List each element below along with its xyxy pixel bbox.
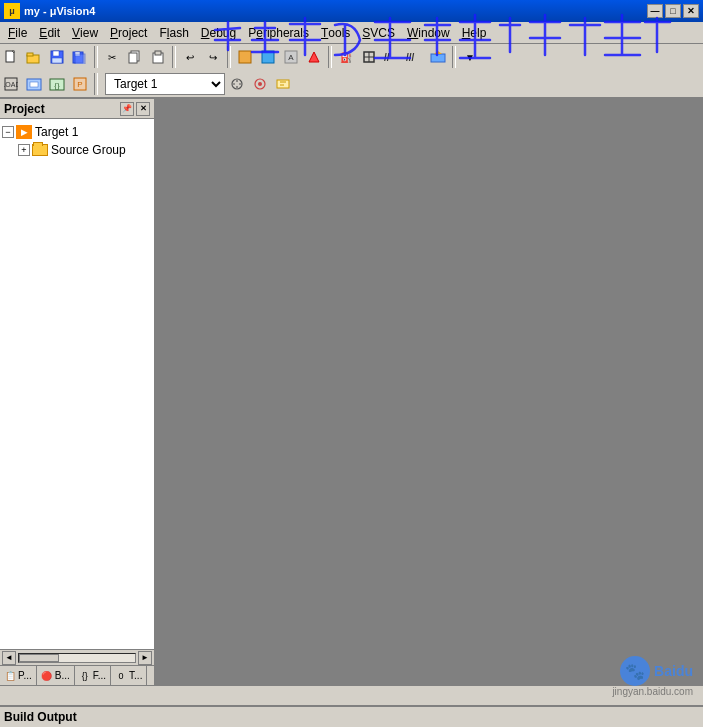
svg-text:P: P	[77, 80, 82, 89]
editor-area	[155, 99, 703, 685]
project-tabs: 📋 P... 🔴 B... {} F... 0 T...	[0, 665, 154, 685]
toolbar-target-btn[interactable]	[249, 73, 271, 95]
menu-help[interactable]: Help	[456, 22, 493, 43]
toolbar-btn-extra8[interactable]: ///	[404, 46, 426, 68]
menu-window[interactable]: Window	[401, 22, 456, 43]
toolbar-debug-btn[interactable]	[272, 73, 294, 95]
save-button[interactable]	[46, 46, 68, 68]
menu-tools[interactable]: Tools	[315, 22, 356, 43]
separator-3	[227, 46, 231, 68]
svg-rect-10	[75, 54, 85, 64]
toolbar-btn-extra2[interactable]	[257, 46, 279, 68]
toolbar-row2-btn2[interactable]	[23, 73, 45, 95]
expand-source-group[interactable]: +	[18, 144, 30, 156]
tab-templates[interactable]: 0 T...	[111, 666, 147, 685]
open-file-button[interactable]	[23, 46, 45, 68]
baidu-icon: 🐾	[620, 656, 650, 686]
paste-button[interactable]	[147, 46, 169, 68]
tab-project[interactable]: 📋 P...	[0, 666, 37, 685]
toolbar-row2-btn4[interactable]: P	[69, 73, 91, 95]
svg-rect-12	[129, 53, 137, 63]
toolbar-row1: ✂ ↩ ↪ A ⛽	[0, 44, 703, 70]
tab-functions-label: F...	[93, 670, 106, 681]
svg-rect-6	[53, 51, 59, 56]
toolbar-btn-extra9[interactable]	[427, 46, 449, 68]
close-button[interactable]: ✕	[683, 4, 699, 18]
tab-books[interactable]: 🔴 B...	[37, 666, 75, 685]
svg-rect-7	[52, 58, 62, 63]
minimize-button[interactable]: —	[647, 4, 663, 18]
tree-item-target[interactable]: − ▶ Target 1	[2, 123, 152, 141]
redo-button[interactable]: ↪	[202, 46, 224, 68]
templates-tab-icon: 0	[115, 670, 127, 682]
svg-text://: //	[384, 52, 390, 63]
toolbar-btn-extra5[interactable]: ⛽	[335, 46, 357, 68]
menu-svcs[interactable]: SVCS	[356, 22, 401, 43]
menu-file[interactable]: File	[2, 22, 33, 43]
toolbar-btn-extra7[interactable]: //	[381, 46, 403, 68]
panel-close-button[interactable]: ✕	[136, 102, 150, 116]
menu-debug[interactable]: Debug	[195, 22, 242, 43]
svg-rect-15	[239, 51, 251, 63]
tab-functions[interactable]: {} F...	[75, 666, 111, 685]
menu-bar: File Edit View Project Flash Debug Perip…	[0, 22, 703, 44]
menu-project[interactable]: Project	[104, 22, 153, 43]
panel-header-controls: 📌 ✕	[120, 102, 150, 116]
svg-point-41	[258, 82, 262, 86]
project-panel-title: Project	[4, 102, 45, 116]
watermark: 🐾 Baidu jingyan.baidu.com	[612, 656, 693, 697]
toolbar-btn-extra6[interactable]	[358, 46, 380, 68]
svg-rect-16	[262, 51, 274, 63]
toolbar-row2-btn1[interactable]: LOAD	[0, 73, 22, 95]
menu-flash[interactable]: Flash	[153, 22, 194, 43]
target-dropdown[interactable]: Target 1	[105, 73, 225, 95]
toolbar-btn-extra1[interactable]	[234, 46, 256, 68]
svg-rect-30	[30, 82, 38, 87]
toolbar-btn-extra4[interactable]	[303, 46, 325, 68]
build-output-bar: Build Output	[0, 705, 703, 727]
svg-text:LOAD: LOAD	[4, 81, 18, 88]
maximize-button[interactable]: □	[665, 4, 681, 18]
scroll-right-button[interactable]: ►	[138, 651, 152, 665]
separator-4	[328, 46, 332, 68]
toolbar-btn-extra3[interactable]: A	[280, 46, 302, 68]
title-text: my - μVision4	[24, 5, 647, 17]
toolbar-options-btn[interactable]	[226, 73, 248, 95]
menu-view[interactable]: View	[66, 22, 104, 43]
svg-rect-25	[431, 54, 445, 62]
cut-button[interactable]: ✂	[101, 46, 123, 68]
save-all-button[interactable]	[69, 46, 91, 68]
main-area: Project 📌 ✕ − ▶ Target 1 + Source Group …	[0, 99, 703, 685]
project-panel-header: Project 📌 ✕	[0, 99, 154, 119]
title-bar: μ my - μVision4 — □ ✕	[0, 0, 703, 22]
project-panel: Project 📌 ✕ − ▶ Target 1 + Source Group …	[0, 99, 155, 685]
svg-text:A: A	[288, 53, 294, 62]
svg-rect-4	[27, 53, 33, 56]
tree-item-source-group[interactable]: + Source Group	[2, 141, 152, 159]
watermark-logo: 🐾 Baidu	[612, 656, 693, 686]
baidu-brand: Baidu	[654, 663, 693, 679]
svg-marker-19	[309, 52, 319, 62]
scroll-track[interactable]	[18, 653, 136, 663]
separator-2	[172, 46, 176, 68]
copy-button[interactable]	[124, 46, 146, 68]
build-output-label: Build Output	[4, 710, 77, 724]
title-controls: — □ ✕	[647, 4, 699, 18]
source-group-label: Source Group	[51, 143, 126, 157]
menu-peripherals[interactable]: Peripherals	[242, 22, 315, 43]
dropdown-arrow[interactable]: ▼	[459, 46, 481, 68]
expand-target[interactable]: −	[2, 126, 14, 138]
row2-sep1	[94, 73, 98, 95]
project-hscroll: ◄ ►	[0, 649, 154, 665]
scroll-left-button[interactable]: ◄	[2, 651, 16, 665]
toolbar-row2-btn3[interactable]: {}	[46, 73, 68, 95]
panel-pin-button[interactable]: 📌	[120, 102, 134, 116]
svg-rect-14	[155, 51, 161, 55]
status-bar	[0, 685, 703, 705]
undo-button[interactable]: ↩	[179, 46, 201, 68]
menu-edit[interactable]: Edit	[33, 22, 66, 43]
separator-5	[452, 46, 456, 68]
target-select[interactable]: Target 1	[105, 73, 225, 95]
new-file-button[interactable]	[0, 46, 22, 68]
svg-rect-42	[277, 80, 289, 88]
